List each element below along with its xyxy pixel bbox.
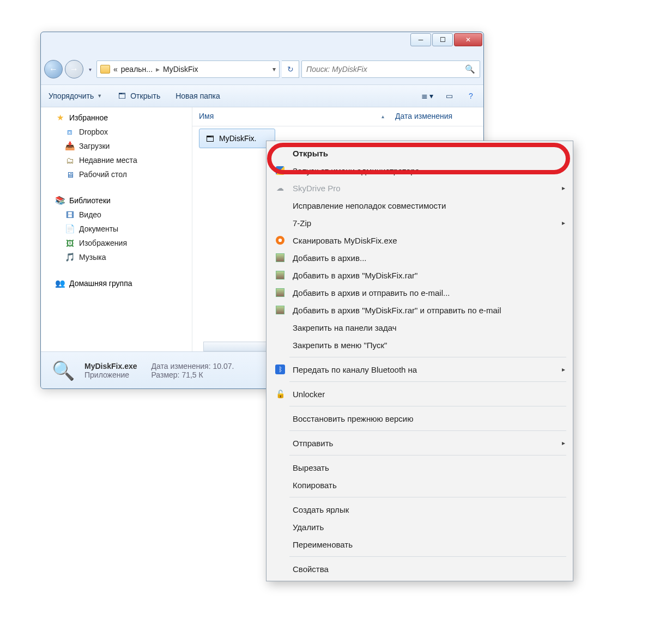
search-icon[interactable]: 🔍	[465, 64, 475, 74]
rar-icon	[276, 253, 284, 262]
ctx-add-rar[interactable]: Добавить в архив "MyDiskFix.rar"	[268, 266, 572, 284]
organize-button[interactable]: Упорядочить ▼	[49, 92, 102, 100]
ctx-send-to[interactable]: Отправить	[268, 434, 572, 452]
ctx-scan[interactable]: Сканировать MyDiskFix.exe	[268, 232, 572, 249]
sidebar-item-music[interactable]: 🎵Музыка	[41, 250, 192, 264]
open-label: Открыть	[130, 92, 160, 100]
file-row[interactable]: 🗔 MyDiskFix.	[199, 129, 275, 148]
column-headers: Имя ▴ Дата изменения	[192, 107, 483, 126]
ctx-skydrive[interactable]: ☁SkyDrive Pro	[268, 179, 572, 197]
avast-icon	[276, 236, 284, 245]
preview-pane-button[interactable]: ▭	[444, 91, 454, 101]
sidebar-item-label: Загрузки	[79, 142, 110, 150]
separator	[289, 556, 566, 557]
column-name[interactable]: Имя ▴	[199, 112, 395, 120]
video-icon: 🎞	[65, 210, 75, 220]
ctx-add-rar-mail[interactable]: Добавить в архив "MyDiskFix.rar" и отпра…	[268, 301, 572, 319]
homegroup-header[interactable]: 👥 Домашняя группа	[41, 276, 192, 290]
back-button[interactable]: ←	[44, 60, 63, 78]
ctx-unlocker-label: Unlocker	[293, 390, 325, 399]
sort-indicator-icon: ▴	[382, 113, 395, 119]
sidebar-item-label: Документы	[79, 224, 118, 233]
details-type: Приложение	[84, 370, 137, 379]
new-folder-label: Новая папка	[175, 92, 220, 100]
navigation-pane[interactable]: ▴ ★ Избранное ⧈Dropbox 📥Загрузки 🗂Недавн…	[41, 107, 192, 351]
ctx-bluetooth-label: Передать по каналу Bluetooth на	[293, 365, 417, 374]
minimize-button[interactable]: ─	[410, 33, 431, 46]
details-filename: MyDiskFix.exe	[84, 362, 137, 370]
open-icon: 🗔	[117, 91, 127, 101]
libraries-label: Библиотеки	[69, 196, 111, 205]
sidebar-item-documents[interactable]: 📄Документы	[41, 222, 192, 236]
refresh-button[interactable]: ↻	[282, 60, 299, 78]
shield-icon	[276, 166, 284, 175]
address-bar[interactable]: « реальн... ▸ MyDiskFix ▾	[96, 60, 280, 78]
breadcrumb-separator: ▸	[156, 65, 160, 74]
navigation-bar: ← → ▾ « реальн... ▸ MyDiskFix ▾ ↻ 🔍	[44, 57, 480, 81]
ctx-add-mail[interactable]: Добавить в архив и отправить по e-mail..…	[268, 284, 572, 301]
ctx-pin-start[interactable]: Закрепить в меню "Пуск"	[268, 336, 572, 354]
search-input[interactable]	[306, 65, 465, 74]
ctx-7zip[interactable]: 7-Zip	[268, 214, 572, 232]
downloads-icon: 📥	[65, 141, 75, 151]
rar-icon	[276, 288, 284, 297]
sidebar-item-pictures[interactable]: 🖼Изображения	[41, 236, 192, 250]
ctx-7zip-label: 7-Zip	[293, 218, 311, 228]
open-button[interactable]: 🗔 Открыть	[117, 91, 160, 101]
ctx-sendto-label: Отправить	[293, 439, 333, 448]
ctx-pin-taskbar[interactable]: Закрепить на панели задач	[268, 319, 572, 336]
ctx-open[interactable]: Открыть	[268, 144, 572, 162]
new-folder-button[interactable]: Новая папка	[175, 92, 220, 100]
libraries-header[interactable]: 📚 Библиотеки	[41, 193, 192, 208]
breadcrumb-seg1[interactable]: реальн...	[121, 65, 153, 74]
search-bar[interactable]: 🔍	[301, 60, 480, 78]
documents-icon: 📄	[65, 224, 75, 234]
sidebar-item-downloads[interactable]: 📥Загрузки	[41, 139, 192, 153]
maximize-button[interactable]: ☐	[432, 33, 453, 46]
ctx-restore[interactable]: Восстановить прежнюю версию	[268, 410, 572, 427]
history-dropdown[interactable]: ▾	[86, 60, 94, 78]
sidebar-item-desktop[interactable]: 🖥Рабочий стол	[41, 167, 192, 181]
ctx-compat[interactable]: Исправление неполадок совместимости	[268, 197, 572, 214]
details-date-value: 10.07.	[213, 362, 234, 370]
sidebar-item-label: Музыка	[79, 253, 106, 262]
address-dropdown[interactable]: ▾	[272, 65, 276, 73]
ctx-scan-label: Сканировать MyDiskFix.exe	[293, 236, 397, 245]
forward-button[interactable]: →	[65, 60, 83, 78]
favorites-header[interactable]: ★ Избранное	[41, 111, 192, 125]
separator	[289, 357, 566, 357]
sidebar-item-recent[interactable]: 🗂Недавние места	[41, 153, 192, 167]
ctx-properties[interactable]: Свойства	[268, 560, 572, 578]
ctx-run-as-admin[interactable]: Запуск от имени администратора	[268, 162, 572, 179]
ctx-add-archive[interactable]: Добавить в архив...	[268, 249, 572, 266]
ctx-pintaskbar-label: Закрепить на панели задач	[293, 323, 397, 332]
cloud-icon: ☁	[274, 182, 286, 194]
ctx-shortcut[interactable]: Создать ярлык	[268, 501, 572, 518]
sidebar-item-video[interactable]: 🎞Видео	[41, 208, 192, 222]
ctx-bluetooth[interactable]: ᛒПередать по каналу Bluetooth на	[268, 361, 572, 378]
sidebar-item-label: Dropbox	[79, 127, 108, 136]
ctx-copy[interactable]: Копировать	[268, 476, 572, 494]
separator	[289, 430, 566, 431]
close-button[interactable]: ✕	[454, 33, 482, 46]
ctx-addarchive-label: Добавить в архив...	[293, 253, 366, 263]
ctx-rename[interactable]: Переименовать	[268, 536, 572, 553]
view-options-button[interactable]: ≣ ▾	[422, 91, 432, 101]
ctx-delete[interactable]: Удалить	[268, 518, 572, 536]
help-button[interactable]: ?	[466, 91, 476, 101]
sidebar-item-dropbox[interactable]: ⧈Dropbox	[41, 125, 192, 139]
folder-icon	[100, 65, 110, 74]
breadcrumb-seg2[interactable]: MyDiskFix	[163, 65, 198, 74]
ctx-skydrive-label: SkyDrive Pro	[293, 184, 341, 193]
homegroup-label: Домашняя группа	[69, 279, 132, 288]
exe-icon: 🗔	[205, 133, 215, 143]
separator	[289, 455, 566, 455]
column-date[interactable]: Дата изменения	[395, 112, 477, 120]
details-date-label: Дата изменения:	[152, 362, 211, 370]
ctx-unlocker[interactable]: 🔓Unlocker	[268, 385, 572, 403]
pictures-icon: 🖼	[65, 238, 75, 248]
column-name-label: Имя	[199, 112, 214, 120]
sidebar-item-label: Рабочий стол	[79, 170, 127, 179]
rar-icon	[276, 306, 284, 314]
ctx-cut[interactable]: Вырезать	[268, 459, 572, 476]
